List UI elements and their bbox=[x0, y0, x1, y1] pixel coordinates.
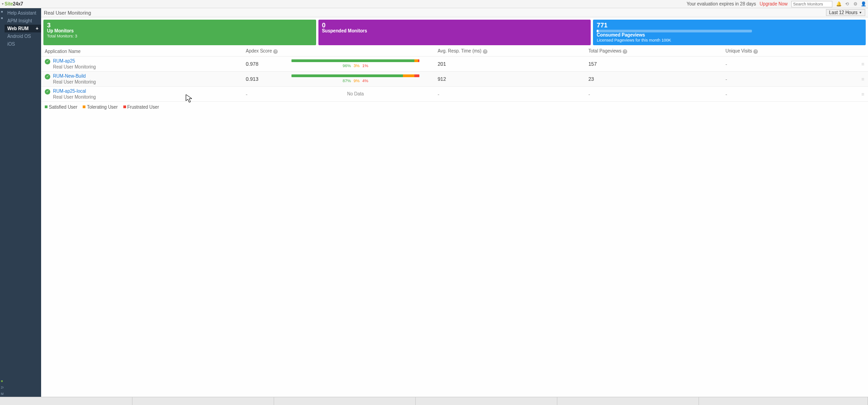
bar-label-frustrated: 1% bbox=[362, 63, 368, 68]
sidebar-item-help[interactable]: Help Assistant bbox=[5, 9, 41, 17]
bottom-segment bbox=[132, 397, 274, 405]
user-icon[interactable]: 👤 bbox=[861, 1, 866, 7]
bottom-status-bar bbox=[0, 397, 868, 405]
sidebar: Help Assistant APM Insight Web RUM + And… bbox=[5, 8, 41, 397]
bar-label-tolerating: 9% bbox=[354, 79, 360, 83]
sidebar-item-apm[interactable]: APM Insight bbox=[5, 17, 41, 25]
card-suspended-monitors[interactable]: 0 Suspended Monitors bbox=[318, 20, 591, 45]
sidebar-item-label: APM Insight bbox=[7, 18, 32, 23]
refresh-icon[interactable]: ⟲ bbox=[844, 1, 850, 7]
evaluation-notice: Your evaluation expires in 28 days bbox=[687, 1, 756, 6]
table-header: Application Name Apdex Score? Avg. Resp.… bbox=[41, 47, 868, 57]
main-content: Real User Monitoring Last 12 Hours ▼ 3 U… bbox=[41, 8, 868, 397]
sidebar-item-webrum[interactable]: Web RUM + bbox=[5, 25, 41, 32]
gear-icon[interactable]: ⚙ bbox=[852, 1, 858, 7]
col-header-apdex[interactable]: Apdex Score? bbox=[246, 48, 291, 54]
info-icon[interactable]: ? bbox=[273, 49, 278, 54]
cell-resptime: - bbox=[438, 91, 588, 97]
bottom-segment bbox=[557, 397, 699, 405]
cell-pageviews: 23 bbox=[588, 76, 725, 82]
page-title: Real User Monitoring bbox=[44, 10, 91, 16]
card-value: 3 bbox=[47, 22, 312, 28]
rail-icon[interactable]: ■ bbox=[1, 10, 4, 13]
info-icon[interactable]: ? bbox=[623, 49, 627, 54]
monitor-type: Real User Monitoring bbox=[53, 64, 96, 70]
row-menu-icon[interactable]: ≡ bbox=[855, 61, 864, 67]
legend-satisfied: Satisfied User bbox=[45, 105, 77, 110]
card-sublabel: Licensed Pageviews for this month 100K bbox=[597, 38, 862, 43]
col-header-appname[interactable]: Application Name bbox=[45, 49, 246, 54]
plus-icon[interactable]: + bbox=[36, 26, 38, 31]
brand-logo[interactable]: ▾ Site24x7 bbox=[2, 1, 23, 6]
card-up-monitors[interactable]: 3 Up Monitors Total Monitors: 3 bbox=[43, 20, 316, 45]
row-menu-icon[interactable]: ≡ bbox=[855, 76, 864, 82]
card-value: 0 bbox=[322, 22, 587, 28]
sidebar-item-label: iOS bbox=[7, 42, 15, 47]
bar-frustrated bbox=[414, 74, 419, 77]
bar-tolerating bbox=[403, 74, 414, 77]
info-icon[interactable]: ? bbox=[753, 49, 758, 54]
legend-square-icon bbox=[123, 105, 126, 108]
rail-icon[interactable]: M bbox=[1, 392, 4, 395]
chevron-down-icon: ▼ bbox=[859, 11, 862, 14]
cell-uniquevisits: - bbox=[725, 61, 855, 67]
status-up-icon: ✓ bbox=[45, 59, 50, 64]
legend-square-icon bbox=[45, 105, 48, 108]
page-header: Real User Monitoring Last 12 Hours ▼ bbox=[41, 8, 868, 17]
rail-icon[interactable]: ■ bbox=[1, 16, 4, 19]
legend-square-icon bbox=[83, 105, 85, 108]
info-icon[interactable]: ? bbox=[483, 49, 487, 54]
bar-label-satisfied: 96% bbox=[343, 63, 351, 68]
bar-frustrated bbox=[418, 59, 419, 62]
timerange-selector[interactable]: Last 12 Hours ▼ bbox=[826, 9, 865, 16]
cell-apdex-bar: 87% 9% 4% bbox=[291, 74, 438, 83]
legend-frustrated: Frustrated User bbox=[123, 105, 159, 110]
search-input[interactable] bbox=[791, 1, 832, 7]
cell-apdex: 0.978 bbox=[246, 61, 291, 67]
sidebar-item-label: Help Assistant bbox=[7, 11, 36, 16]
cell-pageviews: 157 bbox=[588, 61, 725, 67]
monitor-link[interactable]: RUM-ap25-local bbox=[53, 88, 96, 94]
rail-icon[interactable]: ■ bbox=[1, 379, 4, 382]
card-label: Up Monitors bbox=[47, 28, 312, 34]
card-sublabel: Total Monitors: 3 bbox=[47, 34, 312, 39]
col-header-pageviews[interactable]: Total Pageviews? bbox=[588, 48, 725, 54]
cell-apdex: 0.913 bbox=[246, 76, 291, 82]
monitor-link[interactable]: RUM-New-Build bbox=[53, 73, 96, 79]
card-value: 771 bbox=[597, 22, 862, 28]
upgrade-link[interactable]: Upgrade Now bbox=[760, 1, 788, 6]
no-data-label: No Data bbox=[291, 91, 419, 96]
col-header-resptime[interactable]: Avg. Resp. Time (ms)? bbox=[438, 48, 588, 54]
apdex-legend: Satisfied User Tolerating User Frustrate… bbox=[41, 102, 868, 112]
monitor-link[interactable]: RUM-ap25 bbox=[53, 58, 96, 64]
bell-icon[interactable]: 🔔 bbox=[836, 1, 842, 7]
table-row: ✓ RUM-ap25-local Real User Monitoring - … bbox=[41, 87, 868, 102]
logo-prefix: Site bbox=[5, 1, 13, 6]
monitor-type: Real User Monitoring bbox=[53, 79, 96, 85]
legend-tolerating: Tolerating User bbox=[83, 105, 117, 110]
rail-icon[interactable]: 24 bbox=[1, 386, 4, 389]
row-menu-icon[interactable]: ≡ bbox=[855, 91, 864, 97]
card-label: Consumed Pageviews bbox=[597, 32, 862, 38]
bottom-segment bbox=[416, 397, 557, 405]
status-up-icon: ✓ bbox=[45, 74, 50, 79]
sidebar-item-ios[interactable]: iOS bbox=[5, 40, 41, 48]
sidebar-item-android[interactable]: Android OS bbox=[5, 32, 41, 40]
bottom-segment bbox=[274, 397, 416, 405]
bar-label-tolerating: 3% bbox=[354, 63, 360, 68]
bottom-segment bbox=[699, 397, 868, 405]
cell-apdex: - bbox=[246, 91, 291, 97]
cell-uniquevisits: - bbox=[725, 91, 855, 97]
bar-label-frustrated: 4% bbox=[362, 79, 368, 83]
col-header-uniquevisits[interactable]: Unique Visits? bbox=[725, 48, 855, 54]
sidebar-item-label: Web RUM bbox=[7, 26, 28, 31]
bar-satisfied bbox=[291, 74, 403, 77]
status-up-icon: ✓ bbox=[45, 89, 50, 95]
cell-apdex-bar: 96% 3% 1% bbox=[291, 59, 438, 68]
dropdown-caret-icon: ▾ bbox=[2, 2, 4, 6]
card-consumed-pageviews[interactable]: 771 Consumed Pageviews Licensed Pageview… bbox=[593, 20, 866, 45]
table-row: ✓ RUM-ap25 Real User Monitoring 0.978 96… bbox=[41, 57, 868, 72]
table-row: ✓ RUM-New-Build Real User Monitoring 0.9… bbox=[41, 72, 868, 87]
sidebar-item-label: Android OS bbox=[7, 34, 31, 39]
cell-resptime: 201 bbox=[438, 61, 588, 67]
